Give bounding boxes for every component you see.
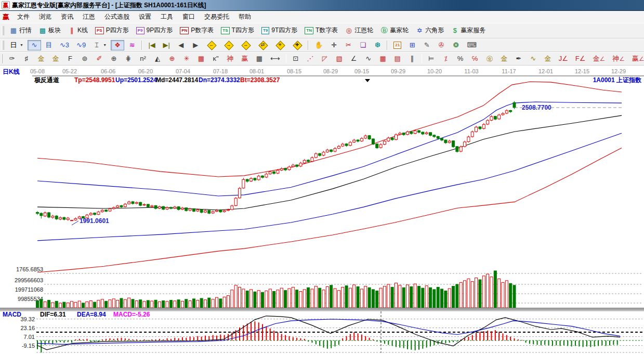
p-number-table-button[interactable]: PNP数字表	[177, 24, 217, 36]
nav-tool-29[interactable]: ✇	[435, 40, 448, 50]
nav-tool-11[interactable]: ◀	[174, 40, 188, 50]
draw-tool-20[interactable]: ⊡	[289, 54, 303, 64]
draw-tool-34[interactable]: ㊎	[483, 54, 496, 64]
draw-tool-25[interactable]: ∿	[362, 54, 375, 64]
nav-tool-27[interactable]: ⊞	[405, 40, 419, 50]
9p-square-button[interactable]: P99P四方形	[133, 24, 176, 36]
draw-tool-38[interactable]: 金	[541, 54, 555, 64]
menu-item-trade[interactable]: 交易委托	[200, 11, 234, 23]
gann-wheel-button[interactable]: ◎江恩轮	[342, 24, 376, 36]
nav-tool-23[interactable]: ❏	[356, 40, 370, 50]
t-number-table-button[interactable]: TNT数字表	[301, 24, 341, 36]
nav-tool-1[interactable]: ∿	[28, 40, 41, 50]
draw-tool-35[interactable]: 金	[497, 54, 511, 64]
draw-tool-2[interactable]: 金	[34, 54, 48, 64]
nav-tool-7[interactable]: ≋	[125, 40, 139, 50]
draw-tool-18[interactable]: ⟷	[267, 54, 283, 64]
draw-tool-42[interactable]: 神∠	[609, 54, 628, 64]
draw-tool-41[interactable]: 金∠	[589, 54, 608, 64]
draw-tool-23[interactable]: ▧	[333, 54, 346, 64]
draw-tool-8[interactable]: ⋕	[122, 54, 135, 64]
nav-tool-14[interactable]: →	[220, 40, 236, 50]
nav-tool-30[interactable]: ❂	[449, 40, 463, 50]
nav-tool-31[interactable]: ⌨	[464, 40, 480, 50]
draw-tool-24[interactable]: ∠	[347, 54, 361, 64]
nav-tool-18[interactable]: ✚	[289, 40, 305, 50]
nav-tool-24[interactable]: ❆	[371, 40, 384, 50]
hexagon-button[interactable]: ✡六角形	[413, 24, 447, 36]
draw-tool-4[interactable]: F	[63, 54, 77, 64]
app-icon[interactable]: 赢	[2, 1, 10, 9]
nav-tool-28[interactable]: ✎	[420, 40, 433, 50]
draw-tool-0[interactable]: ✑	[5, 54, 19, 64]
kline-button[interactable]: ∥K线	[65, 24, 91, 36]
draw-tool-11[interactable]: ⊕	[165, 54, 179, 64]
nav-tool-3[interactable]: ∿3	[57, 40, 72, 50]
menu-item-browse[interactable]: 浏览	[34, 11, 56, 23]
draw-tool-36[interactable]: ✒	[512, 54, 525, 64]
draw-tool-14[interactable]: κ"	[209, 54, 222, 64]
nav-tool-9[interactable]: |◀	[145, 40, 159, 50]
nav-tool-5[interactable]: ⌶▼	[90, 40, 110, 50]
menu-item-settings[interactable]: 设置	[134, 11, 156, 23]
draw-tool-22[interactable]: ◸	[318, 54, 332, 64]
draw-tool-10[interactable]: ◭	[151, 54, 164, 64]
draw-tool-21[interactable]: ⋰	[304, 54, 317, 64]
draw-tool-39[interactable]: J∠	[556, 54, 571, 64]
nav-tool-17[interactable]: ✳	[272, 40, 288, 50]
t-square-button[interactable]: TST四方形	[218, 24, 257, 36]
draw-tool-33[interactable]: ℅	[468, 54, 482, 64]
9t-square-button[interactable]: T99T四方形	[258, 24, 300, 36]
draw-tool-3[interactable]: 金	[49, 54, 62, 64]
nav-tool-15[interactable]: ↔	[238, 40, 254, 50]
menu-item-gann[interactable]: 江恩	[78, 11, 100, 23]
draw-tool-1[interactable]: ♯	[20, 54, 33, 64]
toolbar-grip[interactable]	[2, 41, 4, 50]
nav-tool-0[interactable]: 日▼	[7, 40, 27, 50]
draw-tool-12[interactable]: ✳	[180, 54, 193, 64]
draw-tool-27[interactable]: ▤	[391, 54, 404, 64]
menu-item-window[interactable]: 窗口	[178, 11, 200, 23]
nav-tool-21[interactable]: ✛	[327, 40, 340, 50]
draw-tool-37[interactable]: ∿	[527, 54, 540, 64]
winner-service-button[interactable]: $赢家服务	[448, 24, 489, 36]
draw-tool-6[interactable]: ✐	[93, 54, 106, 64]
draw-tool-43[interactable]: 赢∠	[629, 54, 644, 64]
draw-tool-40[interactable]: F∠	[572, 54, 589, 64]
chart-canvas[interactable]: 05-0805-2206-0606-2007-0407-1808-0108-15…	[0, 65, 644, 354]
draw-tool-9[interactable]: n²	[136, 54, 150, 64]
nav-tool-16[interactable]: ⇄	[255, 40, 271, 50]
winner-wheel-button[interactable]: Ⓑ赢家轮	[377, 24, 412, 36]
nav-tool-26[interactable]: 21	[390, 40, 404, 50]
menu-item-help[interactable]: 帮助	[234, 11, 256, 23]
nav-tool-10[interactable]: ▶|	[160, 40, 173, 50]
menu-item-news[interactable]: 资讯	[56, 11, 78, 23]
menu-item-file[interactable]: 文件	[12, 11, 34, 23]
nav-tool-22[interactable]: ✂	[341, 40, 355, 50]
draw-tool-17[interactable]: ▦	[253, 54, 266, 64]
draw-tool-26[interactable]: ▦	[376, 54, 390, 64]
menu-item-formula-pick[interactable]: 公式选股	[100, 11, 134, 23]
app-logo-icon[interactable]: 赢	[3, 12, 9, 22]
nav-tool-13[interactable]: ←	[203, 40, 219, 50]
draw-tool-7[interactable]: ⊕	[107, 54, 121, 64]
draw-tool-28[interactable]: ∥	[405, 54, 419, 64]
draw-tool-32[interactable]: %	[454, 54, 467, 64]
draw-tool-5[interactable]: ⊚	[78, 54, 91, 64]
toolbar-grip[interactable]	[2, 26, 4, 35]
draw-tool-30[interactable]: ⊨	[425, 54, 438, 64]
nav-tool-2[interactable]: 目	[42, 40, 56, 50]
nav-tool-4[interactable]: ∿9	[73, 40, 89, 50]
draw-tool-15[interactable]: 神	[224, 54, 237, 64]
draw-tool-16[interactable]: 赢	[238, 54, 252, 64]
p-square-button[interactable]: PSP四方形	[92, 24, 132, 36]
toolbar-grip[interactable]	[2, 54, 3, 63]
nav-tool-6[interactable]: ❖	[111, 40, 124, 50]
market-quotes-button[interactable]: ▦行情	[7, 24, 35, 36]
nav-tool-12[interactable]: ▶	[189, 40, 202, 50]
menu-item-tools[interactable]: 工具	[156, 11, 178, 23]
draw-tool-31[interactable]: ⁒	[439, 54, 453, 64]
draw-tool-13[interactable]: ▦	[194, 54, 208, 64]
sectors-button[interactable]: ▩板块	[36, 24, 64, 36]
nav-tool-20[interactable]: ✋	[311, 40, 326, 50]
